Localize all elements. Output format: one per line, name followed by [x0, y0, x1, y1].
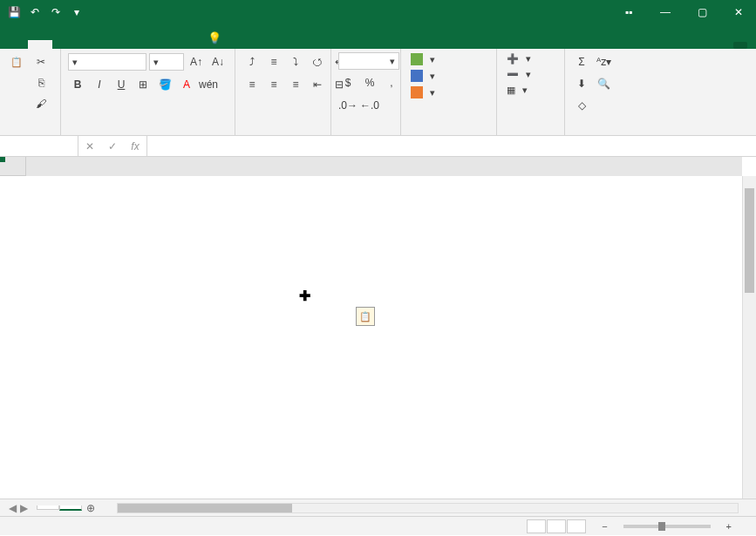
scrollbar-thumb[interactable] [745, 188, 754, 293]
align-bottom-icon[interactable]: ⤵ [286, 52, 305, 71]
tab-view[interactable] [174, 40, 199, 49]
orientation-icon[interactable]: ⭯ [308, 52, 327, 71]
zoom-slider[interactable] [623, 525, 711, 528]
decrease-font-icon[interactable]: A↓ [208, 52, 228, 71]
cursor-icon: ✚ [299, 288, 310, 304]
underline-button[interactable]: U [112, 75, 131, 94]
cell-style-icon [411, 86, 423, 98]
align-middle-icon[interactable]: ≡ [264, 52, 283, 71]
tab-layout[interactable] [77, 40, 101, 49]
fx-icon[interactable]: fx [124, 136, 146, 156]
redo-icon[interactable]: ↷ [49, 5, 63, 19]
ribbon-options-icon[interactable]: ▪▪ [611, 0, 646, 24]
increase-font-icon[interactable]: A↑ [187, 52, 206, 71]
clear-icon[interactable]: ◇ [572, 96, 591, 115]
autosum-icon[interactable]: Σ [572, 52, 591, 71]
tab-insert[interactable] [52, 40, 77, 49]
format-table-button[interactable]: ▾ [408, 69, 438, 83]
formula-input[interactable] [147, 136, 756, 156]
tab-home[interactable] [28, 40, 52, 49]
percent-icon[interactable]: % [360, 73, 379, 92]
format-painter-icon[interactable]: 🖌 [31, 94, 51, 113]
fill-color-button[interactable]: 🪣 [155, 75, 174, 94]
copy-icon[interactable]: ⎘ [31, 73, 51, 92]
table-format-icon [411, 70, 423, 82]
bold-button[interactable]: B [68, 75, 87, 94]
minimize-button[interactable]: ― [648, 0, 683, 24]
enter-formula-icon[interactable]: ✓ [101, 136, 124, 156]
qat-customize-icon[interactable]: ▾ [70, 5, 84, 19]
number-format-select[interactable]: ▾ [338, 52, 399, 70]
cancel-formula-icon[interactable]: ✕ [78, 136, 101, 156]
title-bar: 💾 ↶ ↷ ▾ ▪▪ ― ▢ ✕ [0, 0, 756, 24]
cut-icon[interactable]: ✂ [31, 52, 51, 71]
tell-me-box[interactable]: 💡 [199, 27, 726, 49]
paste-options-button[interactable]: 📋 [356, 307, 375, 326]
sort-filter-icon[interactable]: ᴬᴢ▾ [594, 52, 613, 71]
group-clipboard [7, 132, 53, 133]
zoom-in-button[interactable]: + [726, 521, 732, 532]
sheet-tab-1[interactable] [37, 505, 59, 510]
italic-button[interactable]: I [90, 75, 109, 94]
align-center-icon[interactable]: ≡ [264, 75, 283, 94]
tab-file[interactable] [3, 40, 28, 49]
group-cells [504, 132, 557, 133]
zoom-out-button[interactable]: − [602, 521, 607, 532]
group-align [242, 132, 324, 133]
fill-handle[interactable] [0, 157, 5, 162]
currency-icon[interactable]: $ [338, 73, 358, 92]
fill-icon[interactable]: ⬇ [572, 74, 591, 93]
normal-view-button[interactable] [527, 519, 546, 533]
clipboard-icon: 📋 [9, 54, 24, 70]
save-icon[interactable]: 💾 [7, 5, 21, 19]
vertical-scrollbar[interactable] [742, 176, 756, 499]
delete-cells-button[interactable]: ➖ ▾ [504, 68, 534, 81]
page-break-view-button[interactable] [567, 519, 586, 533]
h-scrollbar-thumb[interactable] [118, 504, 292, 512]
undo-icon[interactable]: ↶ [28, 5, 42, 19]
formula-bar: ✕ ✓ fx [0, 136, 756, 157]
tab-nav-prev-icon[interactable]: ◀ [9, 502, 17, 514]
border-button[interactable]: ⊞ [133, 75, 153, 94]
font-size-select[interactable]: ▾ [149, 53, 184, 71]
conditional-format-button[interactable]: ▾ [408, 52, 438, 66]
phonetic-button[interactable]: wén [199, 75, 218, 94]
maximize-button[interactable]: ▢ [684, 0, 719, 24]
insert-cells-button[interactable]: ➕ ▾ [504, 52, 534, 65]
horizontal-scrollbar[interactable] [117, 503, 739, 513]
page-layout-view-button[interactable] [547, 519, 566, 533]
tab-data[interactable] [126, 40, 150, 49]
bulb-icon: 💡 [208, 31, 221, 44]
share-button[interactable] [733, 42, 747, 49]
insert-icon: ➕ [507, 53, 519, 64]
indent-decrease-icon[interactable]: ⇤ [308, 75, 327, 94]
decrease-decimal-icon[interactable]: ←.0 [360, 96, 379, 115]
format-cells-button[interactable]: ▦ ▾ [504, 84, 530, 97]
align-right-icon[interactable]: ≡ [286, 75, 305, 94]
group-editing [572, 132, 619, 133]
group-number [338, 132, 393, 133]
tab-nav-next-icon[interactable]: ▶ [20, 502, 28, 514]
status-bar: − + [0, 516, 756, 535]
font-color-button[interactable]: A [177, 75, 196, 94]
align-left-icon[interactable]: ≡ [242, 75, 262, 94]
tab-review[interactable] [150, 40, 174, 49]
spreadsheet-grid: 📋 ✚ [0, 157, 756, 499]
paste-button[interactable]: 📋 [7, 52, 26, 73]
increase-decimal-icon[interactable]: .0→ [338, 96, 358, 115]
font-name-select[interactable]: ▾ [68, 53, 146, 71]
delete-icon: ➖ [507, 69, 519, 80]
close-button[interactable]: ✕ [721, 0, 756, 24]
tab-formulas[interactable] [101, 40, 126, 49]
align-top-icon[interactable]: ⤴ [242, 52, 262, 71]
format-icon: ▦ [507, 85, 515, 96]
cond-format-icon [411, 53, 423, 65]
group-styles [408, 132, 489, 133]
new-sheet-button[interactable]: ⊕ [82, 502, 99, 514]
find-icon[interactable]: 🔍 [594, 74, 613, 93]
comma-icon[interactable]: , [382, 73, 401, 92]
name-box[interactable] [0, 136, 78, 156]
cell-styles-button[interactable]: ▾ [408, 85, 438, 99]
sheet-tab-2[interactable] [59, 505, 82, 511]
sheet-tab-bar: ◀ ▶ ⊕ [0, 499, 756, 516]
